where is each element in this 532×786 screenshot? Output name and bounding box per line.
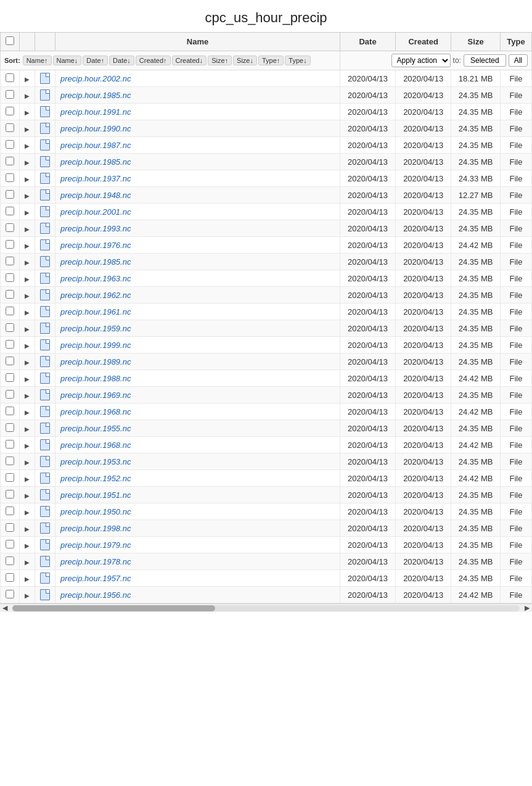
file-name-link[interactable]: precip.hour.1990.nc — [60, 124, 131, 133]
row-checkbox[interactable] — [6, 390, 14, 399]
expand-arrow-icon[interactable]: ▶ — [25, 226, 30, 233]
row-checkbox[interactable] — [6, 307, 14, 315]
row-checkbox[interactable] — [6, 240, 14, 249]
file-name-link[interactable]: precip.hour.1985.nc — [60, 257, 131, 267]
file-name-link[interactable]: precip.hour.1969.nc — [60, 391, 131, 400]
file-name-link[interactable]: precip.hour.1948.nc — [60, 191, 131, 200]
all-button[interactable]: All — [509, 54, 528, 67]
file-name-link[interactable]: precip.hour.1978.nc — [60, 557, 131, 566]
file-name-link[interactable]: precip.hour.1991.nc — [60, 107, 131, 117]
file-name-link[interactable]: precip.hour.2002.nc — [60, 74, 131, 83]
row-checkbox[interactable] — [6, 140, 14, 149]
row-checkbox[interactable] — [6, 373, 14, 382]
row-checkbox[interactable] — [6, 473, 14, 482]
expand-arrow-icon[interactable]: ▶ — [25, 459, 30, 466]
expand-arrow-icon[interactable]: ▶ — [25, 76, 30, 83]
row-checkbox[interactable] — [6, 273, 14, 282]
expand-arrow-icon[interactable]: ▶ — [25, 509, 30, 516]
row-checkbox[interactable] — [6, 73, 14, 82]
expand-arrow-icon[interactable]: ▶ — [25, 476, 30, 482]
file-name-link[interactable]: precip.hour.1953.nc — [60, 457, 131, 466]
expand-arrow-icon[interactable]: ▶ — [25, 192, 30, 199]
expand-arrow-icon[interactable]: ▶ — [25, 576, 30, 582]
row-checkbox[interactable] — [6, 423, 14, 432]
row-checkbox[interactable] — [6, 357, 14, 365]
sort-chip[interactable]: Name↓ — [53, 56, 82, 65]
file-name-link[interactable]: precip.hour.1962.nc — [60, 291, 131, 300]
row-checkbox[interactable] — [6, 173, 14, 182]
row-checkbox[interactable] — [6, 540, 14, 548]
file-name-link[interactable]: precip.hour.1998.nc — [60, 524, 131, 533]
file-name-link[interactable]: precip.hour.1950.nc — [60, 507, 131, 516]
row-checkbox[interactable] — [6, 223, 14, 232]
row-checkbox[interactable] — [6, 407, 14, 415]
file-name-link[interactable]: precip.hour.1952.nc — [60, 474, 131, 483]
scroll-left-button[interactable]: ◀ — [0, 604, 10, 612]
expand-arrow-icon[interactable]: ▶ — [25, 492, 30, 499]
sort-chip[interactable]: Created↑ — [136, 56, 171, 65]
expand-arrow-icon[interactable]: ▶ — [25, 326, 30, 333]
row-checkbox[interactable] — [6, 457, 14, 465]
expand-arrow-icon[interactable]: ▶ — [25, 542, 30, 549]
file-name-link[interactable]: precip.hour.1959.nc — [60, 324, 131, 333]
row-checkbox[interactable] — [6, 507, 14, 515]
file-name-link[interactable]: precip.hour.1968.nc — [60, 441, 131, 450]
sort-chip[interactable]: Size↑ — [208, 56, 232, 65]
expand-arrow-icon[interactable]: ▶ — [25, 342, 30, 349]
row-checkbox[interactable] — [6, 90, 14, 99]
scroll-right-button[interactable]: ▶ — [522, 604, 532, 612]
scrollbar-thumb[interactable] — [12, 605, 215, 611]
row-checkbox[interactable] — [6, 573, 14, 582]
selected-button[interactable]: Selected — [464, 54, 506, 67]
sort-chip[interactable]: Name↑ — [23, 56, 52, 65]
sort-chip[interactable]: Created↓ — [172, 56, 207, 65]
row-checkbox[interactable] — [6, 490, 14, 498]
file-name-link[interactable]: precip.hour.1968.nc — [60, 407, 131, 416]
sort-chip[interactable]: Date↑ — [83, 56, 108, 65]
name-column-header[interactable]: Name — [55, 33, 340, 51]
type-column-header[interactable]: Type — [501, 33, 532, 51]
file-name-link[interactable]: precip.hour.1937.nc — [60, 174, 131, 183]
file-name-link[interactable]: precip.hour.1961.nc — [60, 307, 131, 316]
expand-arrow-icon[interactable]: ▶ — [25, 143, 30, 149]
row-checkbox[interactable] — [6, 290, 14, 299]
row-checkbox[interactable] — [6, 107, 14, 115]
expand-arrow-icon[interactable]: ▶ — [25, 242, 30, 249]
file-name-link[interactable]: precip.hour.1951.nc — [60, 490, 131, 500]
expand-arrow-icon[interactable]: ▶ — [25, 176, 30, 183]
file-name-link[interactable]: precip.hour.1957.nc — [60, 574, 131, 583]
file-name-link[interactable]: precip.hour.1963.nc — [60, 274, 131, 283]
expand-arrow-icon[interactable]: ▶ — [25, 209, 30, 216]
expand-arrow-icon[interactable]: ▶ — [25, 309, 30, 316]
created-column-header[interactable]: Created — [396, 33, 451, 51]
row-checkbox[interactable] — [6, 440, 14, 449]
file-name-link[interactable]: precip.hour.1985.nc — [60, 91, 131, 100]
row-checkbox[interactable] — [6, 323, 14, 332]
file-name-link[interactable]: precip.hour.1979.nc — [60, 540, 131, 550]
expand-arrow-icon[interactable]: ▶ — [25, 592, 30, 599]
size-column-header[interactable]: Size — [451, 33, 501, 51]
expand-arrow-icon[interactable]: ▶ — [25, 526, 30, 532]
sort-chip[interactable]: Size↓ — [233, 56, 257, 65]
file-name-link[interactable]: precip.hour.1993.nc — [60, 224, 131, 233]
expand-arrow-icon[interactable]: ▶ — [25, 559, 30, 566]
row-checkbox[interactable] — [6, 207, 14, 215]
expand-arrow-icon[interactable]: ▶ — [25, 276, 30, 283]
row-checkbox[interactable] — [6, 590, 14, 598]
expand-arrow-icon[interactable]: ▶ — [25, 93, 30, 99]
expand-arrow-icon[interactable]: ▶ — [25, 359, 30, 366]
row-checkbox[interactable] — [6, 190, 14, 199]
row-checkbox[interactable] — [6, 123, 14, 132]
row-checkbox[interactable] — [6, 257, 14, 265]
expand-arrow-icon[interactable]: ▶ — [25, 376, 30, 383]
select-all-header[interactable] — [1, 33, 20, 51]
row-checkbox[interactable] — [6, 523, 14, 532]
sort-chip[interactable]: Type↓ — [285, 56, 310, 65]
row-checkbox[interactable] — [6, 157, 14, 165]
file-name-link[interactable]: precip.hour.1976.nc — [60, 241, 131, 250]
expand-arrow-icon[interactable]: ▶ — [25, 159, 30, 166]
file-name-link[interactable]: precip.hour.1999.nc — [60, 341, 131, 350]
expand-arrow-icon[interactable]: ▶ — [25, 392, 30, 399]
expand-arrow-icon[interactable]: ▶ — [25, 292, 30, 299]
file-name-link[interactable]: precip.hour.1955.nc — [60, 424, 131, 433]
